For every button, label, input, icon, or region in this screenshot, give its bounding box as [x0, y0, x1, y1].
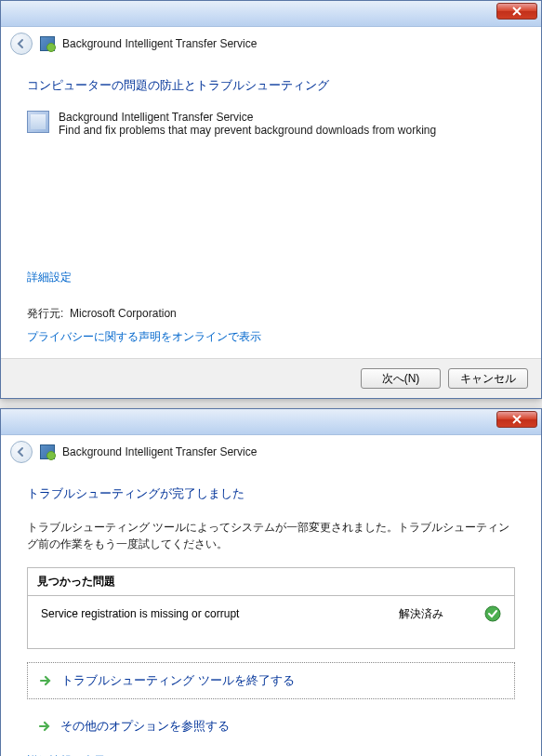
titlebar: [1, 409, 541, 435]
nav-header: Background Intelligent Transfer Service: [1, 435, 541, 469]
back-arrow-icon: [16, 38, 27, 49]
footer: 次へ(N) キャンセル: [1, 358, 541, 398]
close-troubleshooter-label: トラブルシューティング ツールを終了する: [61, 672, 295, 689]
privacy-link[interactable]: プライバシーに関する声明をオンラインで表示: [27, 329, 515, 345]
publisher-value: Microsoft Corporation: [70, 307, 177, 320]
page-heading: トラブルシューティングが完了しました: [27, 485, 515, 502]
titlebar: [1, 1, 541, 27]
back-arrow-icon: [16, 446, 27, 458]
troubleshooter-item: Background Intelligent Transfer Service …: [27, 111, 515, 137]
next-button[interactable]: 次へ(N): [361, 368, 441, 389]
arrow-right-icon: [38, 720, 51, 733]
close-icon: [512, 415, 522, 424]
svg-point-0: [485, 606, 500, 621]
problems-found-header: 見つかった問題: [28, 568, 514, 596]
publisher-line: 発行元: Microsoft Corporation: [27, 306, 515, 322]
nav-title: Background Intelligent Transfer Service: [62, 445, 257, 458]
other-options-label: その他のオプションを参照する: [60, 718, 230, 735]
wizard-icon: [40, 444, 55, 459]
arrow-right-icon: [39, 674, 52, 687]
content-area: トラブルシューティングが完了しました トラブルシューティング ツールによってシス…: [1, 469, 541, 756]
item-title: Background Intelligent Transfer Service: [59, 111, 436, 124]
close-button[interactable]: [496, 411, 537, 428]
nav-header: Background Intelligent Transfer Service: [1, 27, 541, 60]
other-options-link[interactable]: その他のオプションを参照する: [27, 709, 515, 744]
check-icon: [484, 605, 501, 622]
wizard-icon: [40, 36, 55, 51]
close-troubleshooter-link[interactable]: トラブルシューティング ツールを終了する: [27, 662, 515, 699]
back-button[interactable]: [10, 33, 33, 55]
content-area: コンピューターの問題の防止とトラブルシューティング Background Int…: [1, 60, 541, 358]
troubleshooter-window-1: Background Intelligent Transfer Service …: [0, 0, 542, 399]
advanced-settings-link[interactable]: 詳細設定: [27, 270, 515, 285]
page-heading: コンピューターの問題の防止とトラブルシューティング: [27, 77, 515, 94]
cancel-button[interactable]: キャンセル: [448, 368, 528, 389]
problem-text: Service registration is missing or corru…: [41, 607, 388, 620]
close-button[interactable]: [496, 3, 537, 20]
close-icon: [512, 7, 522, 16]
nav-title: Background Intelligent Transfer Service: [62, 37, 257, 50]
item-description: Find and fix problems that may prevent b…: [59, 124, 436, 137]
service-icon: [27, 111, 49, 133]
problems-found-box: 見つかった問題 Service registration is missing …: [27, 567, 515, 649]
problem-row: Service registration is missing or corru…: [28, 596, 514, 648]
publisher-label: 発行元:: [27, 307, 63, 320]
body-text: トラブルシューティング ツールによってシステムが一部変更されました。トラブルシュ…: [27, 519, 515, 552]
problem-status: 解決済み: [399, 606, 473, 622]
back-button[interactable]: [10, 441, 33, 463]
troubleshooter-window-2: Background Intelligent Transfer Service …: [0, 408, 542, 756]
